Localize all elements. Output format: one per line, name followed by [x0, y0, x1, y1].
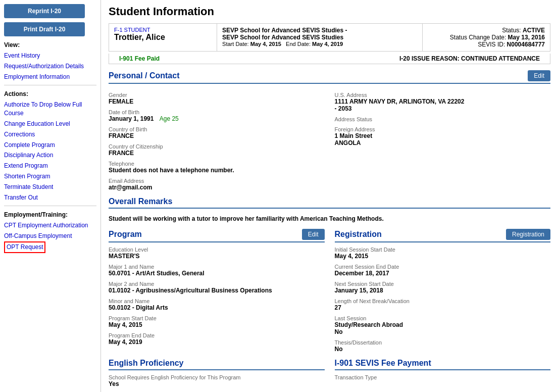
fee-section-header: I-901 SEVIS Fee Payment: [335, 359, 551, 370]
status-change-label: Status Change Date:: [450, 34, 506, 41]
school-info-col: SEVP School for Advanced SEVIS Studies -…: [217, 24, 423, 51]
sidebar-item-change-education[interactable]: Change Education Level: [4, 119, 96, 129]
initial-session-value: May 4, 2015: [335, 253, 551, 260]
student-header: F-1 STUDENT Trottier, Alice SEVP School …: [109, 23, 550, 52]
sidebar-item-employment-info[interactable]: Employment Information: [4, 72, 96, 82]
break-length-value: 27: [335, 304, 551, 311]
program-edit-button[interactable]: Edit: [302, 229, 325, 240]
sidebar-item-terminate-student[interactable]: Terminate Student: [4, 182, 96, 192]
sidebar-item-shorten-program[interactable]: Shorten Program: [4, 171, 96, 182]
major1-label: Major 1 and Name: [109, 264, 325, 270]
sidebar-item-extend-program[interactable]: Extend Program: [4, 161, 96, 171]
registration-header: Registration Registration: [335, 229, 551, 242]
foreign-address-1: 1 Main Street: [335, 132, 551, 139]
personal-section-title: Personal / Contact: [109, 71, 179, 80]
program-section: Program Edit Education Level MASTER'S Ma…: [109, 229, 325, 353]
current-end-value: December 18, 2017: [335, 270, 551, 277]
view-label: View:: [4, 41, 96, 48]
page-title: Student Information: [109, 5, 550, 18]
current-end-label: Current Session End Date: [335, 264, 551, 270]
remarks-section-header: Overall Remarks: [109, 197, 550, 209]
sidebar-item-authorize-drop[interactable]: Authorize To Drop Below Full Course: [4, 100, 96, 119]
registration-title: Registration: [335, 230, 382, 239]
employment-label: Employment/Training:: [4, 211, 96, 218]
dob-value: January 1, 1991: [109, 115, 154, 122]
reprint-i20-button[interactable]: Reprint I-20: [4, 4, 85, 18]
minor-label: Minor and Name: [109, 298, 325, 304]
foreign-address-label: Foreign Address: [335, 126, 551, 132]
english-section: English Proficiency School Requires Engl…: [109, 359, 325, 392]
transaction-type-label: Transaction Type: [335, 374, 551, 380]
us-address-value2: - 2053: [335, 105, 551, 112]
status-value: ACTIVE: [523, 27, 545, 34]
english-header: English Proficiency: [109, 359, 325, 370]
age-badge: Age 25: [160, 115, 179, 122]
english-requires-value: Yes: [109, 380, 325, 387]
initial-session-label: Initial Session Start Date: [335, 247, 551, 253]
foreign-address-2: ANGOLA: [335, 139, 551, 146]
personal-section-header: Personal / Contact Edit: [109, 70, 550, 84]
dob-label: Date of Birth: [109, 109, 325, 115]
major1-value: 50.0701 - Art/Art Studies, General: [109, 270, 325, 277]
thesis-label: Thesis/Dissertation: [335, 339, 551, 346]
minor-value: 50.0102 - Digital Arts: [109, 304, 325, 311]
gender-label: Gender: [109, 92, 325, 98]
bottom-sections: English Proficiency School Requires Engl…: [109, 359, 550, 392]
sidebar-item-request-auth[interactable]: Request/Authorization Details: [4, 61, 96, 72]
school-name-1: SEVP School for Advanced SEVIS Studies -: [222, 27, 417, 34]
last-session-label: Last Session: [335, 315, 551, 321]
email-value: atr@gmail.com: [109, 184, 325, 191]
sidebar-item-disciplinary-action[interactable]: Disciplinary Action: [4, 150, 96, 161]
sidebar-divider-1: [4, 85, 96, 85]
fee-paid-text: I-901 Fee Paid: [119, 55, 160, 62]
sidebar-item-off-campus[interactable]: Off-Campus Employment: [4, 231, 96, 241]
sidebar-item-opt-request[interactable]: OPT Request: [4, 241, 45, 253]
last-session-value: Study/Research Abroad: [335, 321, 551, 328]
end-date-value: May 4, 2019: [312, 41, 343, 47]
address-status-label: Address Status: [335, 116, 551, 122]
print-draft-i20-button[interactable]: Print Draft I-20: [4, 22, 85, 36]
major2-label: Major 2 and Name: [109, 281, 325, 287]
sevis-id-label: SEVIS ID:: [478, 41, 505, 48]
telephone-label: Telephone: [109, 161, 325, 167]
dob-row: January 1, 1991 Age 25: [109, 115, 325, 122]
registration-section: Registration Registration Initial Sessio…: [335, 229, 551, 353]
thesis-value: No: [335, 346, 551, 353]
sidebar-item-event-history[interactable]: Event History: [4, 51, 96, 61]
student-type: F-1 STUDENT: [114, 27, 212, 33]
start-date-value: May 4, 2015: [250, 41, 281, 47]
personal-left: Gender FEMALE Date of Birth January 1, 1…: [109, 88, 325, 191]
sevis-id-value: N0004684777: [507, 41, 545, 48]
end-date-label: End Date:: [286, 41, 311, 47]
sidebar-item-transfer-out[interactable]: Transfer Out: [4, 192, 96, 203]
sevis-id-row: SEVIS ID: N0004684777: [428, 41, 545, 48]
telephone-value: Student does not have a telephone number…: [109, 167, 325, 174]
english-title: English Proficiency: [109, 359, 183, 368]
sidebar-item-corrections[interactable]: Corrections: [4, 129, 96, 140]
program-reg-container: Program Edit Education Level MASTER'S Ma…: [109, 229, 550, 353]
status-change-date: May 13, 2016: [508, 34, 545, 41]
english-requires-label: School Requires English Proficiency for …: [109, 374, 325, 380]
major2-value: 01.0102 - Agribusiness/Agricultural Busi…: [109, 287, 325, 294]
next-start-value: January 15, 2018: [335, 287, 551, 294]
sidebar-item-complete-program[interactable]: Complete Program: [4, 140, 96, 151]
birth-country-label: Country of Birth: [109, 126, 325, 132]
sidebar-divider-2: [4, 206, 96, 206]
program-end-label: Program End Date: [109, 332, 325, 338]
registration-button[interactable]: Registration: [506, 229, 550, 240]
school-name-2: SEVP School for Advanced SEVIS Studies: [222, 34, 417, 41]
personal-edit-button[interactable]: Edit: [528, 70, 550, 81]
personal-right: U.S. Address 1111 ARMY NAVY DR, ARLINGTO…: [335, 88, 551, 191]
status-row: Status: ACTIVE: [428, 27, 545, 34]
education-level-label: Education Level: [109, 247, 325, 253]
issue-reason-value: CONTINUED ATTENDANCE: [461, 55, 540, 62]
sidebar-item-cpt-employment[interactable]: CPT Employment Authorization: [4, 220, 96, 231]
birth-country-value: FRANCE: [109, 132, 325, 139]
next-start-label: Next Session Start Date: [335, 281, 551, 287]
last-session-sub-value: No: [335, 328, 551, 335]
fee-section-title: I-901 SEVIS Fee Payment: [335, 359, 431, 368]
us-address-value: 1111 ARMY NAVY DR, ARLINGTON, VA 22202: [335, 98, 551, 105]
program-start-label: Program Start Date: [109, 315, 325, 321]
education-level-value: MASTER'S: [109, 253, 325, 260]
issue-reason-label: I-20 ISSUE REASON:: [399, 55, 460, 62]
